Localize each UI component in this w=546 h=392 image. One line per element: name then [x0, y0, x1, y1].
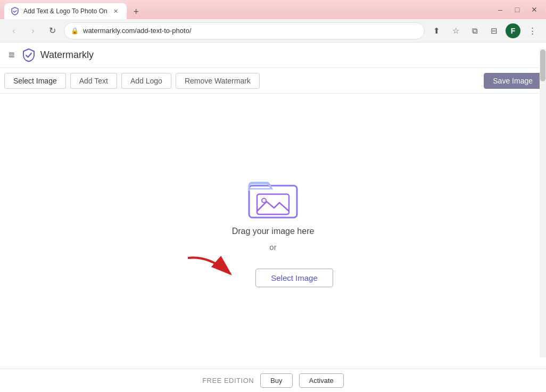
logo-icon	[21, 48, 36, 63]
menu-icon[interactable]: ⋮	[525, 23, 540, 38]
active-tab[interactable]: Add Text & Logo To Photo On ✕	[4, 3, 127, 19]
share-icon[interactable]: ⬆	[429, 23, 444, 38]
app-name: Watermarkly	[40, 49, 94, 61]
select-image-button[interactable]: Select Image	[4, 73, 66, 89]
scrollbar-track[interactable]	[540, 49, 546, 357]
save-image-button[interactable]: Save Image	[484, 73, 542, 89]
address-bar: ‹ › ↻ 🔒 watermarkly.com/add-text-to-phot…	[0, 19, 546, 43]
remove-watermark-button[interactable]: Remove Watermark	[176, 73, 260, 89]
scrollbar-thumb[interactable]	[540, 49, 545, 81]
maximize-button[interactable]: □	[510, 2, 525, 17]
close-button[interactable]: ✕	[527, 2, 542, 17]
arrow-icon	[177, 253, 262, 285]
activate-button[interactable]: Activate	[299, 373, 344, 388]
title-bar: Add Text & Logo To Photo On ✕ + – □ ✕	[0, 0, 546, 19]
minimize-button[interactable]: –	[493, 2, 508, 17]
lock-icon: 🔒	[71, 27, 79, 35]
app-header: ≡ Watermarkly	[0, 43, 546, 68]
footer: FREE EDITION Buy Activate	[0, 369, 546, 392]
tab-title: Add Text & Logo To Photo On	[23, 7, 107, 15]
arrow-area: Select Image	[193, 258, 353, 287]
add-text-button[interactable]: Add Text	[70, 73, 117, 89]
url-bar[interactable]: 🔒 watermarkly.com/add-text-to-photo/	[64, 22, 425, 39]
window-controls: – □ ✕	[493, 2, 542, 17]
forward-button[interactable]: ›	[26, 23, 40, 38]
browser-window: Add Text & Logo To Photo On ✕ + – □ ✕ ‹ …	[0, 0, 546, 392]
add-logo-button[interactable]: Add Logo	[121, 73, 171, 89]
edition-label: FREE EDITION	[202, 377, 254, 385]
app-logo: Watermarkly	[21, 48, 94, 63]
svg-rect-1	[257, 194, 289, 214]
drop-zone[interactable]: Drag your image here or Select Image	[193, 175, 353, 287]
svg-rect-0	[249, 186, 297, 218]
hamburger-menu-button[interactable]: ≡	[9, 49, 15, 61]
select-image-center-button[interactable]: Select Image	[255, 269, 333, 287]
app-area: ≡ Watermarkly Select Image Add Text Add …	[0, 43, 546, 392]
or-text: or	[269, 243, 276, 252]
toolbar: Select Image Add Text Add Logo Remove Wa…	[0, 68, 546, 94]
extensions-icon[interactable]: ⧉	[467, 23, 482, 38]
sidebar-toggle-icon[interactable]: ⊟	[486, 23, 501, 38]
back-button[interactable]: ‹	[6, 23, 21, 38]
tab-favicon	[11, 7, 19, 15]
tab-group: Add Text & Logo To Photo On ✕ +	[4, 0, 144, 19]
url-text: watermarkly.com/add-text-to-photo/	[83, 27, 418, 35]
new-tab-button[interactable]: +	[129, 4, 144, 19]
main-content: Drag your image here or Select Image	[0, 94, 546, 369]
buy-button[interactable]: Buy	[260, 373, 292, 388]
refresh-button[interactable]: ↻	[45, 23, 60, 38]
profile-button[interactable]: F	[506, 23, 520, 38]
tab-close-btn[interactable]: ✕	[112, 7, 120, 15]
drag-text: Drag your image here	[232, 227, 315, 236]
bookmark-icon[interactable]: ☆	[448, 23, 463, 38]
upload-folder-icon	[246, 175, 300, 220]
